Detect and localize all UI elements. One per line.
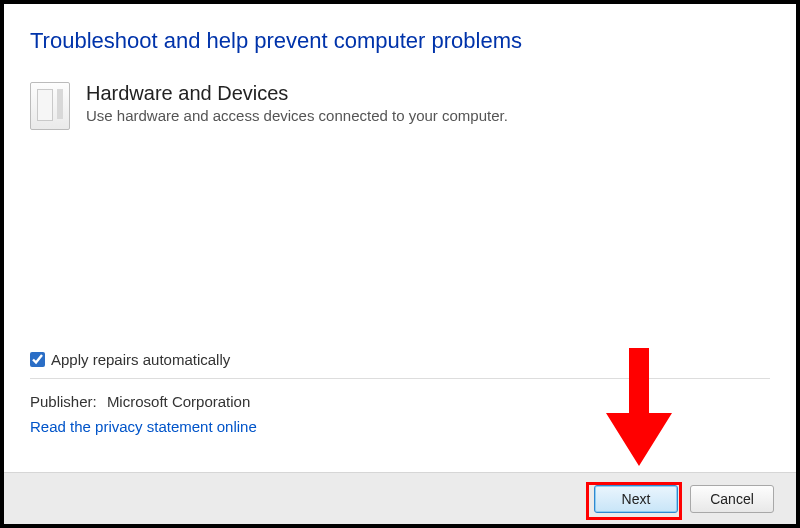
- publisher-row: Publisher: Microsoft Corporation: [30, 393, 770, 410]
- content-area: Troubleshoot and help prevent computer p…: [30, 28, 770, 528]
- section-heading: Hardware and Devices: [86, 82, 508, 105]
- page-title: Troubleshoot and help prevent computer p…: [30, 28, 770, 54]
- section-text: Hardware and Devices Use hardware and ac…: [86, 82, 508, 124]
- button-bar: Next Cancel: [4, 472, 796, 524]
- next-button[interactable]: Next: [594, 485, 678, 513]
- apply-repairs-label: Apply repairs automatically: [51, 351, 230, 368]
- section-description: Use hardware and access devices connecte…: [86, 107, 508, 124]
- divider: [30, 378, 770, 379]
- device-icon: [30, 82, 70, 130]
- cancel-button[interactable]: Cancel: [690, 485, 774, 513]
- lower-panel: Apply repairs automatically Publisher: M…: [30, 351, 770, 436]
- apply-repairs-row[interactable]: Apply repairs automatically: [30, 351, 770, 368]
- apply-repairs-checkbox[interactable]: [30, 352, 45, 367]
- publisher-value: Microsoft Corporation: [107, 393, 250, 410]
- privacy-link[interactable]: Read the privacy statement online: [30, 418, 257, 435]
- troubleshooter-section: Hardware and Devices Use hardware and ac…: [30, 82, 770, 130]
- publisher-label: Publisher:: [30, 393, 97, 410]
